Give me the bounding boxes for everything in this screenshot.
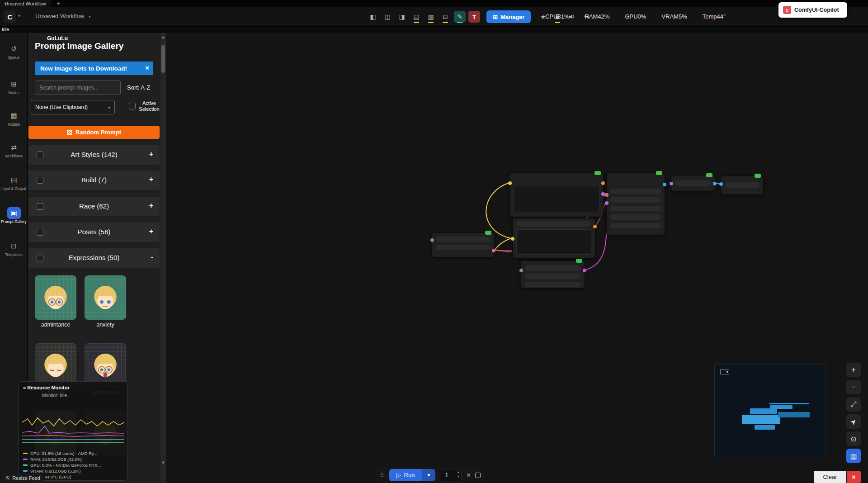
expand-icon[interactable]: + [149, 202, 153, 210]
pointer-mode-button[interactable]: ➤ [846, 414, 861, 429]
scrollbar-thumb[interactable] [161, 45, 165, 73]
resource-monitor[interactable]: « Resource Monitor Monitor: Idle CPU: 31… [18, 381, 127, 481]
input-port[interactable] [511, 237, 514, 241]
sidebar-item-templates[interactable]: ⊡ Templates [0, 240, 28, 257]
sort-toggle[interactable]: Sort: A-Z [127, 84, 150, 91]
category-race[interactable]: Race (62) + [28, 197, 160, 216]
category-build[interactable]: Build (7) + [28, 170, 160, 190]
output-port[interactable] [492, 249, 495, 252]
output-port[interactable] [601, 192, 605, 196]
graph-node[interactable] [721, 175, 764, 195]
sidebar-item-models[interactable]: ▦ Models [0, 110, 28, 127]
run-button[interactable]: ▷ Run [389, 469, 422, 481]
cancel-run-icon[interactable]: × [466, 471, 471, 480]
clipboard-dropdown[interactable]: None (Use Clipboard) ▾ [31, 100, 115, 114]
comfyui-logo[interactable]: C [4, 10, 16, 23]
random-prompt-button[interactable]: ⚄ Random Prompt [28, 126, 160, 139]
expand-icon[interactable]: - [151, 253, 153, 261]
output-port[interactable] [663, 183, 666, 186]
category-expressions[interactable]: Expressions (50) - [28, 248, 160, 268]
sidebar-item-label: Workflows [0, 154, 28, 159]
workflow-title[interactable]: Unsaved Workflow ▾ [35, 13, 91, 19]
batch-count-stepper[interactable]: 1 ▲▼ [440, 469, 462, 481]
graph-node[interactable] [432, 232, 494, 257]
sidebar-item-nodes[interactable]: ⊞ Nodes [0, 78, 28, 95]
minimap-node [755, 425, 775, 430]
logo-chevron-icon[interactable]: ▾ [18, 13, 20, 18]
collapse-icon[interactable]: « [23, 385, 26, 390]
distribute-columns-icon[interactable]: ▥ [425, 11, 437, 23]
input-port[interactable] [605, 201, 609, 205]
panel-scrollbar[interactable]: ▲ ▼ [160, 33, 166, 483]
run-options-button[interactable]: ▼ [422, 469, 435, 481]
graph-node[interactable] [509, 173, 604, 217]
sidebar-item-input-output[interactable]: ▤ Input & Output [0, 174, 28, 191]
category-art-styles[interactable]: Art Styles (142) + [28, 145, 160, 165]
banner-close-icon[interactable]: × [145, 64, 149, 71]
thumbnail-anxiety[interactable] [85, 275, 126, 320]
distribute-rows-icon[interactable]: ▤ [410, 11, 422, 23]
download-banner[interactable]: New Image Sets to Download! × [35, 62, 153, 75]
dice-icon: ⚄ [67, 129, 72, 136]
graph-node[interactable] [606, 173, 665, 235]
input-port[interactable] [670, 182, 673, 185]
copilot-popup[interactable]: c ComfyUI-Copilot [778, 2, 847, 18]
node-header[interactable] [607, 173, 665, 183]
graph-node[interactable] [671, 175, 715, 191]
scroll-down-icon[interactable]: ▼ [160, 460, 166, 465]
zoom-in-button[interactable]: + [846, 363, 861, 377]
input-port[interactable] [719, 182, 723, 186]
sidebar-item-queue[interactable]: ↺ Queue [0, 43, 28, 60]
active-selection-checkbox[interactable] [129, 103, 136, 109]
thumbnail-admintance[interactable] [35, 275, 76, 320]
clear-button[interactable]: Clear [814, 471, 846, 483]
graph-node[interactable] [512, 218, 595, 259]
clipboard-dropdown-value: None (Use Clipboard) [35, 104, 88, 110]
expand-icon[interactable]: + [149, 227, 153, 236]
toggle-visibility-button[interactable]: ⊙ [846, 431, 861, 446]
output-port[interactable] [593, 225, 597, 228]
input-port[interactable] [430, 238, 434, 242]
scroll-up-icon[interactable]: ▲ [160, 35, 166, 39]
category-poses[interactable]: Poses (56) + [28, 223, 160, 242]
input-port[interactable] [605, 193, 609, 197]
output-port[interactable] [583, 269, 586, 272]
zoom-out-button[interactable]: − [846, 380, 861, 394]
output-port[interactable] [601, 181, 605, 185]
search-input[interactable] [35, 80, 121, 95]
sidebar-item-workflows[interactable]: ⇄ Workflows [0, 142, 28, 159]
category-label: Race (62) [28, 202, 160, 210]
anime-face-icon [39, 349, 72, 385]
align-center-icon[interactable]: ◫ [382, 11, 393, 23]
new-tab-button[interactable]: + [57, 0, 60, 7]
workflow-tab[interactable]: Unsaved Workflow ● [0, 0, 51, 7]
paint-tool-icon[interactable]: ✎ [454, 11, 466, 23]
browser-tab-strip: Unsaved Workflow ● + [0, 0, 868, 7]
minimap-node [750, 408, 777, 414]
node-badge [656, 171, 662, 175]
stepper-arrows[interactable]: ▲▼ [457, 470, 460, 479]
text-tool-icon[interactable]: T [468, 11, 480, 23]
align-right-icon[interactable]: ◨ [396, 11, 408, 23]
sidebar-item-prompt-gallery[interactable]: ▣ Prompt Gallery [0, 207, 28, 224]
legend-text: GPU: 0.0% - NVIDIA GeForce RTX... [30, 463, 101, 468]
output-port[interactable] [713, 182, 717, 185]
expand-icon[interactable]: + [149, 175, 153, 184]
align-bottom-icon[interactable]: ⊟ [439, 11, 451, 23]
minimap[interactable] [714, 365, 826, 457]
manager-button[interactable]: ⊞ Manager [486, 10, 531, 23]
expand-icon[interactable]: + [149, 150, 153, 158]
graph-node[interactable] [521, 260, 585, 289]
align-left-icon[interactable]: ◧ [367, 11, 379, 23]
node-header[interactable] [510, 173, 603, 183]
drag-grip-icon[interactable]: ⠿ [380, 472, 385, 478]
stop-icon[interactable] [475, 473, 481, 478]
minimap-node [769, 403, 809, 404]
input-port[interactable] [519, 269, 523, 272]
resize-feed-handle[interactable]: ⇱ Resize Feed [3, 474, 43, 482]
fit-view-button[interactable]: ⤢ [846, 397, 861, 412]
close-feed-button[interactable]: × [847, 471, 861, 483]
minimap-toggle-button[interactable]: ▦ [846, 449, 861, 463]
status-strip: Idle [0, 27, 868, 33]
input-port[interactable] [508, 181, 512, 185]
